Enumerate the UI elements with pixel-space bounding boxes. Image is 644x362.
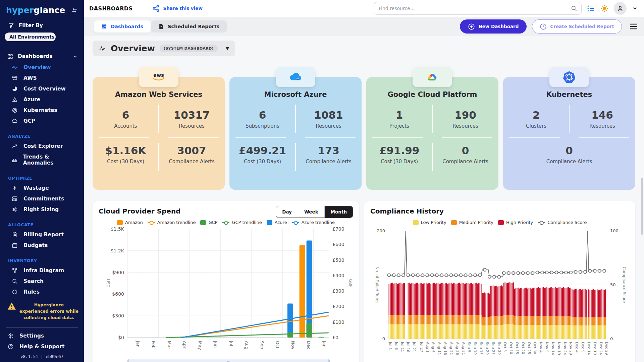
stat-compliance-alerts: 0 Compliance Alerts (503, 139, 635, 170)
sidebar-item-help-support[interactable]: Help & Support (0, 341, 84, 352)
sidebar-item-infra-diagram[interactable]: Infra Diagram (0, 265, 84, 276)
dashboard-selector[interactable]: Overview (SYSTEM DASHBOARD) ▼ (93, 41, 235, 56)
svg-text:£500: £500 (332, 257, 344, 263)
svg-text:£700: £700 (332, 226, 344, 232)
calendar-icon (11, 242, 18, 248)
azure-icon (11, 97, 18, 103)
dashboard-caret-icon[interactable]: ▼ (226, 46, 229, 51)
svg-text:Nov 9: Nov 9 (545, 342, 549, 353)
aws-icon: aws (11, 75, 18, 81)
legend-item[interactable]: Compliance Score (538, 220, 587, 225)
spend-chart-scrollbar[interactable]: ▤ (127, 359, 330, 362)
toggle-week[interactable]: Week (298, 206, 325, 218)
stat-resources: 1081 Resources (296, 104, 362, 134)
menu-hamburger-icon[interactable] (629, 23, 638, 30)
svg-text:Jan: Jan (136, 341, 141, 348)
new-dashboard-button[interactable]: New Dashboard (460, 19, 527, 34)
sidebar-item-settings[interactable]: Settings (0, 330, 84, 341)
legend-item[interactable]: Low Priority (413, 220, 446, 225)
legend-item[interactable]: Medium Priority (451, 220, 493, 225)
svg-text:Jul 1: Jul 1 (388, 342, 392, 350)
sidebar-item-gcp[interactable]: GCP (0, 116, 84, 126)
svg-text:£400: £400 (332, 273, 344, 278)
provider-name: Kubernetes (503, 90, 635, 99)
filter-icon (8, 22, 14, 28)
search-input[interactable] (378, 5, 571, 11)
legend-item[interactable]: Azure (267, 220, 287, 225)
page-scrollbar-thumb[interactable] (641, 178, 643, 235)
legend-item[interactable]: Amazon (117, 220, 143, 225)
sidebar-item-search[interactable]: Search (0, 276, 84, 287)
legend-item[interactable]: GCP trendline (222, 220, 262, 225)
sidebar-item-commitments[interactable]: Commitments (0, 193, 84, 204)
svg-text:aws: aws (153, 72, 164, 78)
svg-text:Aug: Aug (244, 341, 249, 349)
user-avatar[interactable] (614, 2, 627, 15)
sidebar-item-wastage[interactable]: Wastage (0, 183, 84, 193)
svg-text:Nov 14: Nov 14 (551, 342, 555, 355)
warning-text: Hyperglance experienced errors while col… (19, 302, 78, 321)
stat-subscriptions: 6 Subscriptions (229, 104, 296, 134)
sidebar-item-budgets[interactable]: Budgets (0, 240, 84, 251)
filter-by[interactable]: Filter By (0, 17, 84, 32)
sidebar-item-trends-anomalies[interactable]: Trends & Anomalies (0, 152, 84, 168)
sidebar-item-billing-report[interactable]: Billing Report (0, 229, 84, 240)
dashboards-grid-icon (7, 54, 13, 59)
sidebar-item-rules[interactable]: Rules (0, 287, 84, 297)
search-icon[interactable] (571, 5, 577, 12)
trendline-marker (222, 221, 229, 224)
svg-text:Dec 4: Dec 4 (575, 342, 579, 353)
legend-item[interactable]: Azure trendline (292, 220, 335, 225)
bolt-icon (11, 185, 18, 191)
toggle-month[interactable]: Month (325, 206, 353, 218)
histogram-icon (11, 157, 18, 163)
svg-text:Aug 1: Aug 1 (425, 342, 430, 353)
sidebar-item-cost-explorer[interactable]: Cost Explorer (0, 141, 84, 152)
tab-dashboards[interactable]: Dashboards (94, 20, 151, 33)
scrollbar-right-handle[interactable] (328, 359, 329, 362)
svg-text:£0: £0 (332, 335, 338, 340)
gcp-logo (413, 67, 452, 87)
svg-text:Dec 29: Dec 29 (604, 342, 609, 355)
topbar: DASHBOARDS Share this view (84, 0, 644, 17)
account-chevron-icon[interactable] (632, 5, 638, 11)
spend-legend: AmazonAmazon trendlineGCPGCP trendlineAz… (99, 220, 353, 225)
section-title-optimize: OPTIMIZE (0, 168, 84, 183)
sidebar-item-cost-overview[interactable]: Cost Overview (0, 83, 84, 94)
share-view-button[interactable]: Share this view (152, 4, 202, 12)
sidebar-item-kubernetes[interactable]: Kubernetes (0, 105, 84, 116)
svg-text:Nov: Nov (290, 341, 296, 350)
create-scheduled-report-button[interactable]: Create Scheduled Report (532, 19, 622, 34)
sidebar-collapse-icon[interactable] (71, 7, 78, 14)
sidebar-item-azure[interactable]: Azure (0, 94, 84, 105)
svg-text:Nov 29: Nov 29 (569, 342, 573, 355)
sidebar-item-dashboards[interactable]: Dashboards (0, 51, 84, 62)
legend-swatch (413, 220, 419, 225)
task-list-icon[interactable] (587, 5, 595, 12)
provider-name: Amazon Web Services (93, 90, 225, 99)
svg-text:Oct 5: Oct 5 (503, 342, 507, 352)
stat-resources: 146 Resources (569, 104, 635, 134)
toggle-day[interactable]: Day (276, 206, 298, 218)
stat-cost-30-days-: $1.16K Cost (30 Days) (93, 139, 159, 170)
sidebar-item-overview[interactable]: Overview (0, 62, 84, 73)
sidebar-item-right-sizing[interactable]: Right Sizing (0, 204, 84, 215)
environment-selector[interactable]: All Environments (5, 33, 56, 41)
tab-scheduled-reports[interactable]: Scheduled Reports (151, 20, 227, 33)
cloud-icon (11, 118, 18, 124)
chevron-down-icon[interactable] (73, 54, 78, 59)
theme-sun-icon[interactable] (600, 4, 608, 12)
legend-item[interactable]: GCP (200, 220, 217, 225)
svg-text:Jan: Jan (322, 341, 327, 348)
legend-item[interactable]: Amazon trendline (148, 220, 196, 225)
provider-card-microsoft-azure: Microsoft Azure 6 Subscriptions 1081 Res… (229, 77, 362, 190)
tag-icon (11, 289, 18, 295)
sidebar-item-aws[interactable]: awsAWS (0, 73, 84, 83)
stat-clusters: 2 Clusters (503, 104, 569, 134)
scrollbar-left-handle[interactable] (128, 359, 129, 362)
trendline-marker (292, 221, 299, 224)
svg-text:Aug 31: Aug 31 (461, 342, 466, 355)
provider-card-google-cloud-platform: Google Cloud Platform 1 Projects 190 Res… (366, 77, 498, 190)
legend-item[interactable]: High Priority (498, 220, 533, 225)
svg-text:Sep 30: Sep 30 (497, 342, 501, 355)
